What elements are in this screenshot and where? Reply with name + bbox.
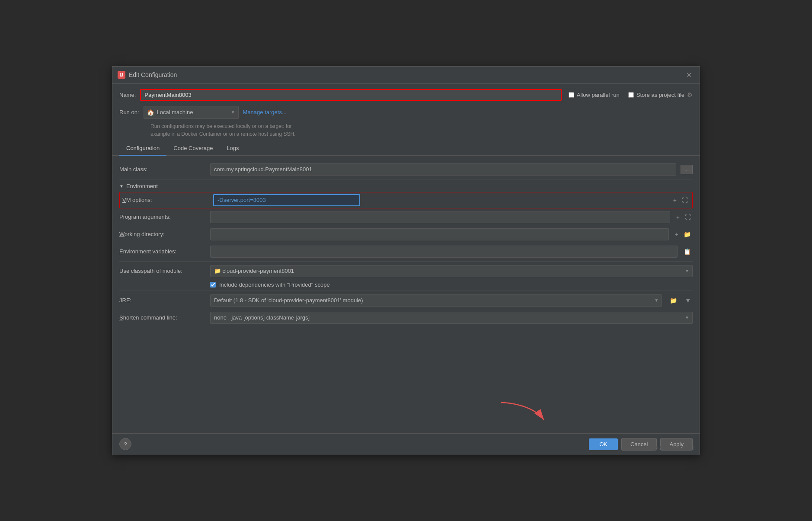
tab-logs[interactable]: Logs: [220, 141, 246, 156]
app-icon: IJ: [118, 71, 125, 79]
working-dir-actions: + 📁: [673, 230, 693, 239]
bottom-bar: ? OK Cancel Apply: [112, 433, 700, 455]
vm-options-expand-button[interactable]: ⛶: [680, 196, 690, 205]
jre-select-wrapper: Default (1.8 - SDK of 'cloud-provider-pa…: [210, 294, 662, 307]
env-vars-browse-button[interactable]: 📋: [682, 247, 693, 256]
program-args-expand-button[interactable]: ⛶: [683, 213, 693, 221]
help-button[interactable]: ?: [119, 438, 131, 450]
expand-icon: ▼: [119, 184, 124, 189]
name-label: Name:: [119, 92, 136, 98]
working-dir-label: Working directory:: [119, 231, 206, 237]
name-row: Name:: [119, 89, 562, 101]
separator-2: [119, 261, 693, 262]
tab-configuration[interactable]: Configuration: [119, 141, 166, 156]
working-dir-browse-button[interactable]: 📁: [682, 230, 693, 239]
environment-section-header[interactable]: ▼ Environment: [119, 180, 693, 192]
edit-configuration-dialog: IJ Edit Configuration ✕ Name: Allow para…: [112, 66, 700, 455]
env-vars-label: Environment variables:: [119, 248, 206, 255]
separator-3: [119, 291, 693, 291]
jre-row: JRE: Default (1.8 - SDK of 'cloud-provid…: [119, 292, 693, 309]
config-body: Main class: ... ▼ Environment VM options…: [112, 156, 700, 433]
working-dir-add-button[interactable]: +: [673, 230, 680, 239]
env-vars-input[interactable]: [210, 246, 678, 258]
module-select[interactable]: 📁 cloud-provider-payment8001: [210, 265, 693, 277]
working-dir-row: Working directory: + 📁: [119, 226, 693, 243]
jre-dropdown-button[interactable]: ▼: [683, 296, 693, 305]
program-args-add-button[interactable]: +: [675, 213, 681, 221]
hint-text: Run configurations may be executed local…: [112, 121, 700, 141]
tab-code-coverage[interactable]: Code Coverage: [166, 141, 220, 156]
store-as-project-label: Store as project file: [636, 92, 684, 98]
run-on-select[interactable]: Local machine: [144, 106, 239, 119]
run-on-row: Run on: 🏠 Local machine ▼ Manage targets…: [112, 104, 700, 121]
tabs-row: Configuration Code Coverage Logs: [112, 141, 700, 156]
env-vars-row: Environment variables: 📋: [119, 243, 693, 260]
vm-options-input[interactable]: [213, 194, 360, 206]
module-select-wrapper: 📁 cloud-provider-payment8001 ▼: [210, 265, 693, 277]
vm-options-row: VM options: + ⛶: [119, 192, 693, 208]
main-class-row: Main class: ...: [119, 161, 693, 178]
include-deps-row: Include dependencies with "Provided" sco…: [119, 280, 693, 290]
store-as-project-checkbox[interactable]: [628, 92, 634, 98]
name-input[interactable]: [140, 89, 561, 101]
shorten-cmd-select[interactable]: none - java [options] className [args]: [210, 312, 693, 324]
run-on-label: Run on:: [119, 109, 139, 115]
vm-options-actions: + ⛶: [671, 196, 690, 205]
vm-options-add-button[interactable]: +: [671, 196, 678, 205]
main-class-input[interactable]: [210, 163, 676, 176]
working-dir-input[interactable]: [210, 228, 669, 240]
jre-select[interactable]: Default (1.8 - SDK of 'cloud-provider-pa…: [210, 294, 662, 307]
ok-button[interactable]: OK: [589, 438, 618, 450]
program-args-label: Program arguments:: [119, 214, 206, 220]
main-class-browse-button[interactable]: ...: [681, 165, 693, 174]
allow-parallel-label: Allow parallel run: [577, 92, 620, 98]
allow-parallel-row: Allow parallel run: [569, 92, 620, 98]
allow-parallel-checkbox[interactable]: [569, 92, 574, 98]
jre-label: JRE:: [119, 297, 206, 304]
dialog-title: Edit Configuration: [129, 71, 680, 78]
separator-1: [119, 179, 693, 179]
environment-label: Environment: [126, 183, 158, 189]
program-args-actions: + ⛶: [675, 213, 693, 221]
env-vars-actions: 📋: [682, 247, 693, 256]
name-section: Name: Allow parallel run Store as projec…: [112, 84, 700, 104]
main-class-label: Main class:: [119, 166, 206, 173]
program-args-input[interactable]: [210, 211, 670, 223]
gear-icon[interactable]: ⚙: [687, 91, 693, 98]
module-row: Use classpath of module: 📁 cloud-provide…: [119, 262, 693, 280]
vm-options-label: VM options:: [122, 197, 209, 203]
shorten-cmd-select-wrapper: none - java [options] className [args] ▼: [210, 312, 693, 324]
manage-targets-link[interactable]: Manage targets...: [243, 109, 287, 115]
top-right-options: Allow parallel run Store as project file…: [569, 91, 693, 98]
store-as-project-row: Store as project file ⚙: [628, 91, 693, 98]
title-bar: IJ Edit Configuration ✕: [112, 67, 700, 84]
include-deps-label: Include dependencies with "Provided" sco…: [219, 281, 330, 288]
watermark: CSDN @人生就像一场戏！: [639, 445, 696, 451]
include-deps-checkbox[interactable]: [210, 282, 216, 288]
close-button[interactable]: ✕: [684, 70, 694, 80]
jre-browse-button[interactable]: 📁: [668, 296, 679, 305]
program-args-row: Program arguments: + ⛶: [119, 208, 693, 226]
shorten-cmd-label: Shorten command line:: [119, 314, 206, 321]
shorten-cmd-row: Shorten command line: none - java [optio…: [119, 309, 693, 326]
module-label: Use classpath of module:: [119, 268, 206, 274]
run-on-select-wrapper: 🏠 Local machine ▼: [144, 106, 239, 119]
